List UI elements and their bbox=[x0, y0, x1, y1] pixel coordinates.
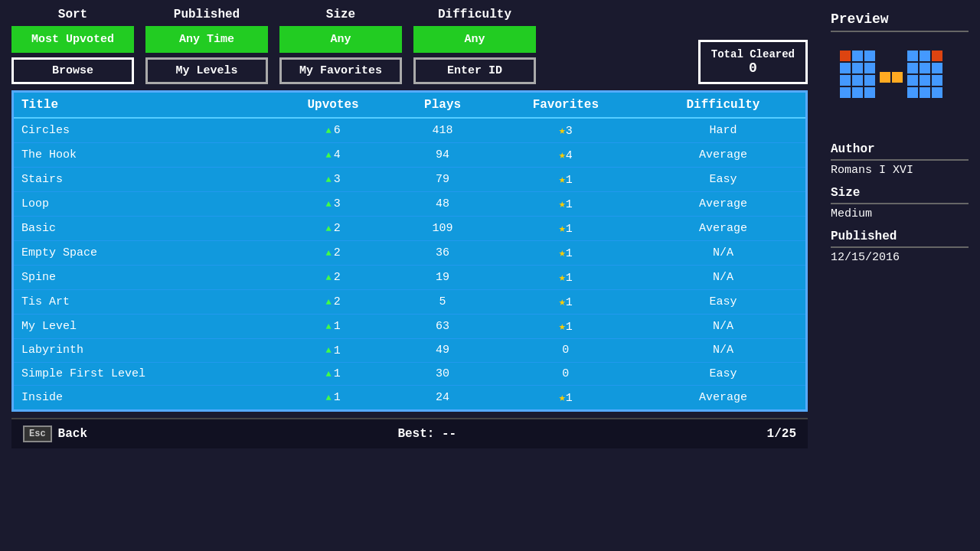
level-table: Title Upvotes Plays Favorites Difficulty… bbox=[11, 90, 808, 412]
size-filter-label: Size bbox=[326, 8, 355, 21]
esc-badge: Esc bbox=[23, 425, 52, 442]
svg-rect-5 bbox=[864, 63, 875, 73]
row-favorites: ★1 bbox=[491, 241, 641, 266]
row-plays: 79 bbox=[394, 168, 490, 192]
row-difficulty: Average bbox=[641, 386, 807, 411]
col-difficulty[interactable]: Difficulty bbox=[641, 92, 807, 119]
size-section: Size Medium bbox=[831, 186, 969, 220]
right-panel: Preview bbox=[819, 0, 980, 551]
table-row[interactable]: Spine ▲2 19 ★1 N/A bbox=[13, 266, 807, 290]
row-difficulty: Easy bbox=[641, 362, 807, 386]
svg-rect-16 bbox=[932, 51, 942, 61]
row-upvotes: ▲1 bbox=[272, 362, 395, 386]
row-favorites: ★1 bbox=[491, 168, 641, 192]
table-row[interactable]: Empty Space ▲2 36 ★1 N/A bbox=[13, 241, 807, 266]
svg-rect-18 bbox=[920, 63, 930, 73]
sort-button[interactable]: Most Upvoted bbox=[11, 26, 134, 53]
svg-rect-25 bbox=[932, 87, 942, 98]
my-favorites-button[interactable]: My Favorites bbox=[279, 57, 402, 84]
row-plays: 418 bbox=[394, 118, 490, 143]
difficulty-button[interactable]: Any bbox=[413, 26, 536, 53]
table-row[interactable]: Loop ▲3 48 ★1 Average bbox=[13, 192, 807, 217]
row-favorites: ★1 bbox=[491, 315, 641, 339]
table-row[interactable]: My Level ▲1 63 ★1 N/A bbox=[13, 315, 807, 339]
svg-rect-14 bbox=[907, 51, 918, 61]
row-favorites: 0 bbox=[491, 362, 641, 386]
row-title: My Level bbox=[13, 315, 272, 339]
table-row[interactable]: Tis Art ▲2 5 ★1 Easy bbox=[13, 290, 807, 315]
table-row[interactable]: The Hook ▲4 94 ★4 Average bbox=[13, 143, 807, 168]
row-title: Labyrinth bbox=[13, 339, 272, 363]
upvote-arrow-icon: ▲ bbox=[325, 223, 331, 234]
svg-rect-15 bbox=[920, 51, 930, 61]
row-plays: 24 bbox=[394, 386, 490, 411]
svg-rect-9 bbox=[840, 87, 851, 98]
published-section: Published 12/15/2016 bbox=[831, 230, 969, 264]
svg-rect-6 bbox=[840, 75, 851, 86]
row-plays: 48 bbox=[394, 192, 490, 217]
col-plays[interactable]: Plays bbox=[394, 92, 490, 119]
table-row[interactable]: Circles ▲6 418 ★3 Hard bbox=[13, 118, 807, 143]
enter-id-button[interactable]: Enter ID bbox=[413, 57, 536, 84]
table-row[interactable]: Stairs ▲3 79 ★1 Easy bbox=[13, 168, 807, 192]
size-label: Size bbox=[831, 186, 969, 204]
row-title: Circles bbox=[13, 118, 272, 143]
table-row[interactable]: Labyrinth ▲1 49 0 N/A bbox=[13, 339, 807, 363]
preview-label: Preview bbox=[831, 11, 969, 32]
table-row[interactable]: Simple First Level ▲1 30 0 Easy bbox=[13, 362, 807, 386]
col-upvotes[interactable]: Upvotes bbox=[272, 92, 395, 119]
star-icon: ★ bbox=[559, 392, 566, 405]
row-upvotes: ▲1 bbox=[272, 339, 395, 363]
size-button[interactable]: Any bbox=[279, 26, 402, 53]
row-favorites: ★1 bbox=[491, 192, 641, 217]
row-plays: 30 bbox=[394, 362, 490, 386]
row-upvotes: ▲2 bbox=[272, 290, 395, 315]
svg-rect-2 bbox=[864, 51, 875, 61]
my-levels-button[interactable]: My Levels bbox=[145, 57, 268, 84]
svg-rect-10 bbox=[852, 87, 863, 98]
upvote-arrow-icon: ▲ bbox=[325, 369, 331, 380]
row-upvotes: ▲4 bbox=[272, 143, 395, 168]
back-label: Back bbox=[58, 427, 87, 441]
star-icon: ★ bbox=[559, 272, 566, 285]
row-upvotes: ▲3 bbox=[272, 168, 395, 192]
row-plays: 109 bbox=[394, 217, 490, 241]
browse-button[interactable]: Browse bbox=[11, 57, 134, 84]
row-favorites: ★1 bbox=[491, 290, 641, 315]
row-favorites: ★4 bbox=[491, 143, 641, 168]
page-indicator: 1/25 bbox=[767, 427, 796, 441]
total-cleared-value: 0 bbox=[711, 60, 795, 76]
row-title: Spine bbox=[13, 266, 272, 290]
upvote-arrow-icon: ▲ bbox=[325, 345, 331, 356]
published-button[interactable]: Any Time bbox=[145, 26, 268, 53]
back-button[interactable]: Esc Back bbox=[23, 425, 87, 442]
total-cleared-label: Total Cleared bbox=[711, 48, 795, 60]
row-title: Stairs bbox=[13, 168, 272, 192]
row-upvotes: ▲3 bbox=[272, 192, 395, 217]
col-favorites[interactable]: Favorites bbox=[491, 92, 641, 119]
svg-rect-4 bbox=[852, 63, 863, 73]
row-favorites: ★1 bbox=[491, 386, 641, 411]
upvote-arrow-icon: ▲ bbox=[325, 174, 331, 185]
col-title[interactable]: Title bbox=[13, 92, 272, 119]
row-upvotes: ▲1 bbox=[272, 386, 395, 411]
svg-rect-8 bbox=[864, 75, 875, 86]
table-row[interactable]: Inside ▲1 24 ★1 Average bbox=[13, 386, 807, 411]
bottom-bar: Esc Back Best: -- 1/25 bbox=[11, 418, 808, 448]
row-plays: 63 bbox=[394, 315, 490, 339]
total-cleared-box: Total Cleared 0 bbox=[698, 40, 808, 84]
row-plays: 5 bbox=[394, 290, 490, 315]
star-icon: ★ bbox=[559, 247, 566, 260]
published-label: Published bbox=[174, 8, 240, 21]
star-icon: ★ bbox=[559, 198, 566, 211]
star-icon: ★ bbox=[559, 174, 566, 187]
svg-rect-0 bbox=[840, 51, 851, 61]
table-row[interactable]: Basic ▲2 109 ★1 Average bbox=[13, 217, 807, 241]
row-difficulty: Hard bbox=[641, 118, 807, 143]
difficulty-filter-label: Difficulty bbox=[438, 8, 511, 21]
best-score: Best: -- bbox=[397, 427, 456, 441]
row-difficulty: Average bbox=[641, 143, 807, 168]
svg-rect-20 bbox=[907, 75, 918, 86]
row-favorites: ★3 bbox=[491, 118, 641, 143]
row-upvotes: ▲6 bbox=[272, 118, 395, 143]
